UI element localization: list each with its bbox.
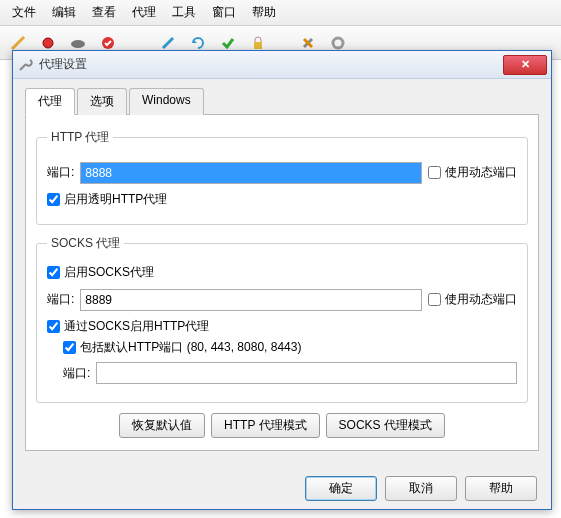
menu-tools[interactable]: 工具	[166, 2, 202, 23]
socks-port2-label: 端口:	[63, 365, 90, 382]
svg-point-1	[71, 40, 85, 48]
dialog-footer: 确定 取消 帮助	[305, 476, 537, 501]
tab-proxy[interactable]: 代理	[25, 88, 75, 115]
socks-dyn-port-check[interactable]: 使用动态端口	[428, 291, 517, 308]
menu-file[interactable]: 文件	[6, 2, 42, 23]
mode-buttons-row: 恢复默认值 HTTP 代理模式 SOCKS 代理模式	[36, 413, 528, 438]
ok-button[interactable]: 确定	[305, 476, 377, 501]
svg-point-0	[43, 38, 53, 48]
http-transparent-label: 启用透明HTTP代理	[64, 191, 167, 208]
http-dyn-port-label: 使用动态端口	[445, 164, 517, 181]
tab-content-proxy: HTTP 代理 端口: 使用动态端口 启用透明HTTP代理 SOCKS 代理	[25, 114, 539, 451]
socks-dyn-port-checkbox[interactable]	[428, 293, 441, 306]
socks-proxy-legend: SOCKS 代理	[47, 235, 124, 252]
svg-rect-3	[254, 42, 262, 49]
http-dyn-port-check[interactable]: 使用动态端口	[428, 164, 517, 181]
http-proxy-legend: HTTP 代理	[47, 129, 113, 146]
dialog-icon	[17, 57, 33, 73]
http-transparent-check[interactable]: 启用透明HTTP代理	[47, 191, 517, 208]
socks-enable-checkbox[interactable]	[47, 266, 60, 279]
dialog-body: 代理 选项 Windows HTTP 代理 端口: 使用动态端口 启用透明HTT…	[13, 79, 551, 459]
proxy-settings-dialog: 代理设置 ✕ 代理 选项 Windows HTTP 代理 端口: 使用动态端口	[12, 50, 552, 510]
menubar: 文件 编辑 查看 代理 工具 窗口 帮助	[0, 0, 561, 26]
http-port-input[interactable]	[80, 162, 422, 184]
socks-include-check[interactable]: 包括默认HTTP端口 (80, 443, 8080, 8443)	[63, 339, 517, 356]
socks-enable-label: 启用SOCKS代理	[64, 264, 154, 281]
socks-dyn-port-label: 使用动态端口	[445, 291, 517, 308]
menu-help[interactable]: 帮助	[246, 2, 282, 23]
menu-edit[interactable]: 编辑	[46, 2, 82, 23]
http-dyn-port-checkbox[interactable]	[428, 166, 441, 179]
close-button[interactable]: ✕	[503, 55, 547, 75]
socks-proxy-mode-button[interactable]: SOCKS 代理模式	[326, 413, 445, 438]
socks-include-checkbox[interactable]	[63, 341, 76, 354]
socks-proxy-group: SOCKS 代理 启用SOCKS代理 端口: 使用动态端口 通过SOCKS启用H…	[36, 235, 528, 403]
tab-options[interactable]: 选项	[77, 88, 127, 115]
tab-windows[interactable]: Windows	[129, 88, 204, 115]
titlebar: 代理设置 ✕	[13, 51, 551, 79]
socks-port2-input[interactable]	[96, 362, 517, 384]
svg-point-4	[333, 38, 343, 48]
socks-http-over-check[interactable]: 通过SOCKS启用HTTP代理	[47, 318, 517, 335]
socks-port-input[interactable]	[80, 289, 422, 311]
socks-http-over-checkbox[interactable]	[47, 320, 60, 333]
help-button[interactable]: 帮助	[465, 476, 537, 501]
socks-port-label: 端口:	[47, 291, 74, 308]
menu-view[interactable]: 查看	[86, 2, 122, 23]
tab-strip: 代理 选项 Windows	[25, 87, 539, 115]
http-port-label: 端口:	[47, 164, 74, 181]
dialog-title: 代理设置	[39, 56, 503, 73]
menu-proxy[interactable]: 代理	[126, 2, 162, 23]
menu-window[interactable]: 窗口	[206, 2, 242, 23]
restore-defaults-button[interactable]: 恢复默认值	[119, 413, 205, 438]
socks-include-label: 包括默认HTTP端口 (80, 443, 8080, 8443)	[80, 339, 301, 356]
http-proxy-mode-button[interactable]: HTTP 代理模式	[211, 413, 319, 438]
cancel-button[interactable]: 取消	[385, 476, 457, 501]
close-icon: ✕	[521, 58, 530, 71]
socks-enable-check[interactable]: 启用SOCKS代理	[47, 264, 517, 281]
http-proxy-group: HTTP 代理 端口: 使用动态端口 启用透明HTTP代理	[36, 129, 528, 225]
socks-http-over-label: 通过SOCKS启用HTTP代理	[64, 318, 209, 335]
http-transparent-checkbox[interactable]	[47, 193, 60, 206]
